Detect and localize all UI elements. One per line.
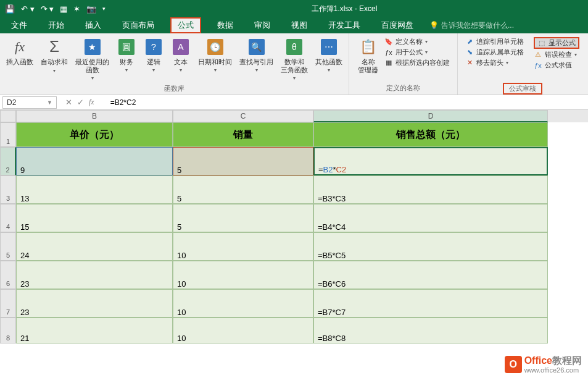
quick-access-toolbar: 💾 ↶ ▾ ↷ ▾ ▦ ✶ 📷 ▾ <box>5 4 106 14</box>
name-box[interactable]: D2▼ <box>2 96 57 109</box>
window-title: 工作簿1.xlsx - Excel <box>106 4 583 14</box>
header-sales[interactable]: 销量 <box>173 122 313 147</box>
logical-button[interactable]: ? 逻辑▾ <box>143 36 165 83</box>
watermark-logo-icon: O <box>505 356 522 373</box>
logical-icon: ? <box>146 39 162 55</box>
menu-baidu[interactable]: 百度网盘 <box>376 17 418 33</box>
enter-icon[interactable]: ✓ <box>77 98 84 107</box>
math-icon: θ <box>286 39 302 55</box>
use-in-formula-button[interactable]: ƒx用于公式 ▾ <box>384 48 450 57</box>
defined-names-label: 定义的名称 <box>386 82 420 95</box>
cell-b8[interactable]: 21 <box>16 318 173 343</box>
tell-me-label: 告诉我您想要做什么... <box>441 21 514 30</box>
cell-c4[interactable]: 5 <box>173 204 313 232</box>
cell-c7[interactable]: 10 <box>173 289 313 318</box>
watermark-brand: Office教程网 <box>524 355 582 366</box>
cell-c3[interactable]: 5 <box>173 175 313 204</box>
cell-c5[interactable]: 10 <box>173 232 313 261</box>
cell-b4[interactable]: 15 <box>16 204 173 232</box>
cell-b3[interactable]: 13 <box>16 175 173 204</box>
define-name-button[interactable]: 🔖定义名称 ▾ <box>384 37 450 46</box>
grid-icon: ▦ <box>384 59 393 67</box>
datetime-button[interactable]: 🕒 日期和时间▾ <box>197 36 233 83</box>
lookup-button[interactable]: 🔍 查找与引用▾ <box>238 36 275 83</box>
header-total[interactable]: 销售总额（元） <box>313 122 548 147</box>
formula-bar: D2▼ ✕ ✓ fx <box>0 95 588 110</box>
cell-d6[interactable]: =B6*C6 <box>313 261 548 289</box>
worksheet[interactable]: B C D 1 单价（元） 销量 销售总额（元） 2 9 5 =B2*C2 3 … <box>0 110 588 343</box>
cell-d7[interactable]: =B7*C7 <box>313 289 548 318</box>
recent-label: 最近使用的 函数 <box>75 58 109 74</box>
remove-arrows-button[interactable]: ✕移去箭头 ▾ <box>465 58 524 67</box>
menu-home[interactable]: 开始 <box>43 17 69 33</box>
cell-d3[interactable]: =B3*C3 <box>313 175 548 204</box>
cell-d4[interactable]: =B4*C4 <box>313 204 548 232</box>
datetime-icon: 🕒 <box>207 39 223 55</box>
show-formulas-button[interactable]: ⬚显示公式 <box>534 37 579 49</box>
menu-data[interactable]: 数据 <box>212 17 238 33</box>
cell-b7[interactable]: 23 <box>16 289 173 318</box>
row-header-1[interactable]: 1 <box>0 122 16 147</box>
qat-icon-2[interactable]: ✶ <box>73 4 80 14</box>
row-header-2[interactable]: 2 <box>0 147 16 175</box>
row-header-3[interactable]: 3 <box>0 175 16 204</box>
error-checking-button[interactable]: ⚠错误检查 ▾ <box>534 50 579 59</box>
cancel-icon[interactable]: ✕ <box>65 98 72 107</box>
name-manager-button[interactable]: 📋 名称 管理器 <box>354 36 382 75</box>
save-icon[interactable]: 💾 <box>5 4 15 14</box>
cell-d2[interactable]: =B2*C2 <box>313 147 548 175</box>
cell-c6[interactable]: 10 <box>173 261 313 289</box>
menu-file[interactable]: 文件 <box>6 17 32 33</box>
cell-b2[interactable]: 9 <box>16 147 173 175</box>
chevron-down-icon[interactable]: ▼ <box>47 99 52 106</box>
col-header-c[interactable]: C <box>173 110 313 122</box>
group-function-library: fx 插入函数 Σ 自动求和▾ ★ 最近使用的 函数▾ 圓 财务▾ ? 逻辑▾ … <box>0 33 349 95</box>
qat-icon-1[interactable]: ▦ <box>60 4 67 14</box>
cell-c8[interactable]: 10 <box>173 318 313 343</box>
lookup-icon: 🔍 <box>249 39 265 55</box>
col-header-b[interactable]: B <box>16 110 173 122</box>
tell-me-search[interactable]: 💡告诉我您想要做什么... <box>429 20 514 31</box>
menu-layout[interactable]: 页面布局 <box>117 17 159 33</box>
cell-b5[interactable]: 24 <box>16 232 173 261</box>
trace-precedents-button[interactable]: ⬈追踪引用单元格 <box>465 37 524 46</box>
remove-arrows-label: 移去箭头 <box>476 58 503 67</box>
cell-d8[interactable]: =B8*C8 <box>313 318 548 343</box>
menu-insert[interactable]: 插入 <box>80 17 106 33</box>
more-fn-label: 其他函数 <box>315 58 342 66</box>
create-from-selection-button[interactable]: ▦根据所选内容创建 <box>384 58 450 67</box>
more-fn-button[interactable]: ⋯ 其他函数▾ <box>314 36 344 83</box>
cell-b6[interactable]: 23 <box>16 261 173 289</box>
tag-icon: 🔖 <box>384 38 393 46</box>
col-header-d[interactable]: D <box>313 110 548 122</box>
evaluate-formula-button[interactable]: ƒx公式求值 <box>534 61 579 70</box>
menu-view[interactable]: 视图 <box>286 17 312 33</box>
menu-review[interactable]: 审阅 <box>249 17 275 33</box>
trace-dependents-button[interactable]: ⬊追踪从属单元格 <box>465 48 524 57</box>
redo-icon[interactable]: ↷ ▾ <box>41 4 54 14</box>
text-button[interactable]: A 文本▾ <box>170 36 192 83</box>
select-all-corner[interactable] <box>0 110 16 122</box>
row-header-4[interactable]: 4 <box>0 204 16 232</box>
create-from-label: 根据所选内容创建 <box>395 58 450 67</box>
formula-input[interactable] <box>106 97 588 108</box>
header-unit-price[interactable]: 单价（元） <box>16 122 173 147</box>
recent-button[interactable]: ★ 最近使用的 函数▾ <box>74 36 110 83</box>
menu-dev[interactable]: 开发工具 <box>323 17 365 33</box>
camera-icon[interactable]: 📷 <box>86 4 96 14</box>
autosum-button[interactable]: Σ 自动求和▾ <box>39 36 69 83</box>
menu-formulas[interactable]: 公式 <box>170 17 201 33</box>
insert-function-button[interactable]: fx 插入函数 <box>5 36 35 83</box>
math-button[interactable]: θ 数学和 三角函数▾ <box>280 36 309 83</box>
undo-icon[interactable]: ↶ ▾ <box>21 4 35 14</box>
financial-button[interactable]: 圓 财务▾ <box>115 36 138 83</box>
datetime-label: 日期和时间 <box>198 58 232 66</box>
row-header-6[interactable]: 6 <box>0 261 16 289</box>
row-header-5[interactable]: 5 <box>0 232 16 261</box>
row-header-7[interactable]: 7 <box>0 289 16 318</box>
text-icon: A <box>173 39 189 55</box>
fx-button-icon[interactable]: fx <box>89 98 94 107</box>
cell-c2[interactable]: 5 <box>173 147 313 175</box>
row-header-8[interactable]: 8 <box>0 318 16 343</box>
cell-d5[interactable]: =B5*C5 <box>313 232 548 261</box>
